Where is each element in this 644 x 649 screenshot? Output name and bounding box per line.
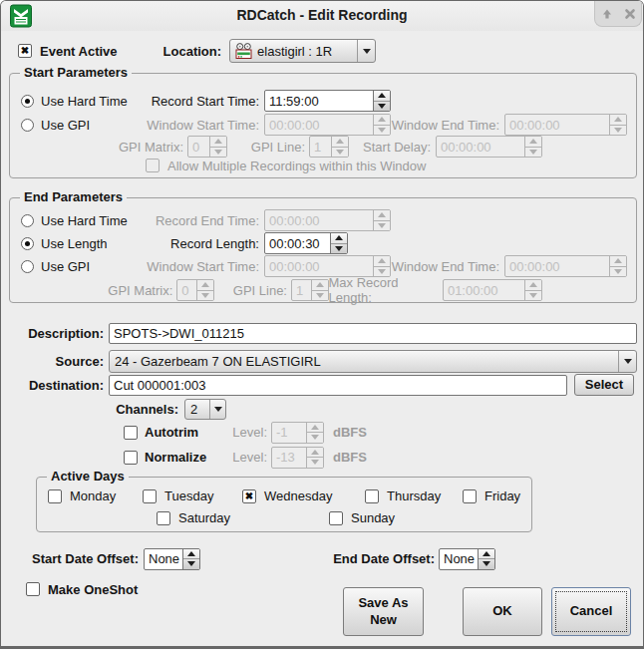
record-start-time-value: 11:59:00 [265, 91, 373, 111]
close-icon [624, 8, 636, 20]
use-length-radio[interactable]: Use Length [21, 236, 146, 251]
end-gpi-line-value: 1 [292, 280, 311, 300]
day-checkbox-sunday[interactable]: Sunday [329, 510, 395, 525]
save-as-new-button[interactable]: Save As New [343, 587, 424, 636]
end-date-offset-spinbox[interactable]: None [439, 548, 495, 570]
start-gpi-line-value: 1 [310, 137, 331, 157]
day-label: Thursday [387, 488, 441, 503]
active-days-title: Active Days [47, 469, 129, 484]
make-oneshot-row: Make OneShot [26, 581, 138, 597]
record-length-spinbox[interactable]: 00:00:30 [264, 232, 348, 254]
start-parameters-title: Start Parameters [20, 65, 132, 80]
normalize-row: Normalize Level: -13 dBFS [124, 448, 367, 467]
autotrim-level-spinbox: -1 [271, 422, 324, 444]
ok-button[interactable]: OK [463, 587, 542, 636]
spin-down-icon [332, 148, 348, 158]
autotrim-label: Autotrim [145, 425, 216, 440]
start-window-start-time-value: 00:00:00 [265, 115, 373, 135]
destination-input[interactable] [109, 375, 567, 396]
end-date-offset-label: End Date Offset: [200, 551, 435, 566]
location-combobox[interactable]: elastigirl : 1R [229, 39, 376, 63]
end-window-start-time-spinbox: 00:00:00 [264, 255, 391, 277]
start-use-gpi-label: Use GPI [41, 118, 90, 133]
end-use-hard-time-radio[interactable]: Use Hard Time [21, 213, 146, 228]
end-use-gpi-label: Use GPI [41, 259, 90, 274]
max-record-length-label: Max Record Length: [329, 275, 438, 305]
start-gpi-line-label: GPI Line: [231, 140, 305, 155]
record-start-time-spinbox[interactable]: 11:59:00 [264, 90, 391, 112]
end-date-offset-value: None [440, 549, 478, 569]
end-gpi-line-spinbox: 1 [291, 279, 329, 301]
titlebar[interactable]: RDCatch - Edit Recording [1, 1, 643, 31]
autotrim-checkbox[interactable] [124, 426, 138, 440]
normalize-checkbox[interactable] [124, 451, 138, 465]
spinner-buttons [524, 137, 541, 157]
spin-up-icon [374, 115, 390, 126]
spinner-buttons[interactable] [182, 549, 199, 569]
spin-down-icon [525, 148, 541, 158]
end-use-gpi-radio[interactable]: Use GPI [21, 259, 146, 274]
end-gpi-matrix-spinbox: 0 [176, 279, 214, 301]
event-active-checkbox[interactable]: ✖ [18, 44, 32, 58]
chevron-down-icon [357, 40, 375, 62]
use-length-row: Use Length Record Length: 00:00:30 [21, 232, 348, 254]
end-gpi-window-row: Use GPI Window Start Time: 00:00:00 Wind… [21, 255, 627, 277]
day-checkbox-friday[interactable]: Friday [463, 488, 520, 503]
source-value: 24 - Gazerbeam 7 ON ELASTIGIRL [115, 354, 321, 369]
max-record-length-spinbox: 01:00:00 [443, 279, 542, 301]
destination-row: Destination: Select [1, 374, 644, 396]
spin-down-icon [610, 267, 626, 277]
start-date-offset-spinbox[interactable]: None [144, 548, 200, 570]
autotrim-level-value: -1 [272, 423, 306, 443]
day-label: Friday [484, 488, 520, 503]
record-start-time-label: Record Start Time: [146, 94, 259, 109]
make-oneshot-checkbox[interactable] [26, 582, 40, 596]
start-use-gpi-radio[interactable]: Use GPI [21, 118, 146, 133]
day-label: Sunday [351, 510, 395, 525]
end-gpi-settings-row: GPI Matrix: 0 GPI Line: 1 Max Record Len… [21, 280, 542, 300]
description-label: Description: [1, 326, 104, 341]
spin-down-icon [210, 148, 226, 158]
start-window-end-time-value: 00:00:00 [505, 115, 609, 135]
record-length-label: Record Length: [146, 236, 259, 251]
start-window-end-time-spinbox: 00:00:00 [504, 114, 627, 136]
end-gpi-line-label: GPI Line: [218, 283, 287, 298]
day-label: Saturday [178, 510, 230, 525]
description-input[interactable] [109, 323, 637, 344]
day-checkbox-saturday[interactable]: Saturday [157, 510, 230, 525]
start-delay-value: 00:00:00 [437, 137, 524, 157]
checkbox-icon [48, 489, 62, 503]
checkbox-icon [157, 511, 170, 525]
spin-down-icon [331, 244, 347, 254]
day-checkbox-wednesday[interactable]: ✖Wednesday [242, 488, 332, 503]
spin-up-icon [312, 280, 328, 291]
spin-up-icon [374, 210, 390, 221]
cancel-button[interactable]: Cancel [551, 587, 631, 636]
spinner-buttons[interactable] [478, 549, 494, 569]
source-combobox[interactable]: 24 - Gazerbeam 7 ON ELASTIGIRL [109, 350, 637, 373]
channels-combobox[interactable]: 2 [184, 399, 226, 420]
make-oneshot-label: Make OneShot [48, 582, 138, 597]
recorder-deck-icon [235, 43, 252, 60]
source-label: Source: [1, 354, 104, 369]
day-checkbox-thursday[interactable]: Thursday [365, 488, 441, 503]
allow-multiple-label: Allow Multiple Recordings within this Wi… [167, 159, 426, 173]
start-delay-label: Start Delay: [363, 140, 431, 155]
spinner-buttons[interactable] [330, 233, 347, 253]
up-arrow-icon [601, 8, 613, 20]
spin-down-icon [307, 433, 323, 443]
select-button[interactable]: Select [574, 374, 634, 396]
spin-up-icon [197, 280, 213, 291]
spinner-buttons [373, 115, 390, 135]
use-hard-time-radio[interactable]: Use Hard Time [21, 94, 146, 109]
spin-down-icon [312, 291, 328, 301]
day-checkbox-monday[interactable]: Monday [48, 488, 116, 503]
spinner-buttons[interactable] [373, 91, 390, 111]
day-label: Tuesday [164, 488, 213, 503]
end-use-hard-time-label: Use Hard Time [41, 213, 128, 228]
close-button[interactable] [623, 7, 637, 21]
spin-up-icon [525, 280, 541, 291]
end-window-end-time-label: Window End Time: [392, 259, 499, 274]
day-checkbox-tuesday[interactable]: Tuesday [143, 488, 213, 503]
shade-button[interactable] [600, 7, 614, 21]
